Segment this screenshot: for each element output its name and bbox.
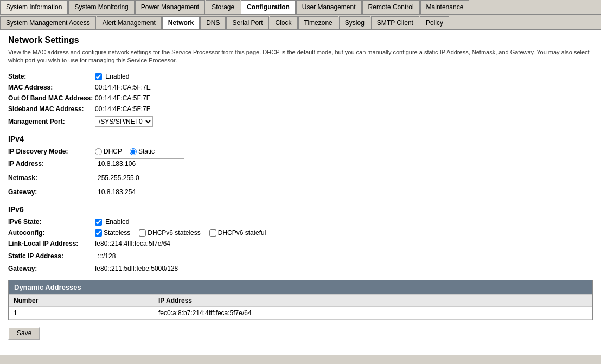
top-nav-tab-system-information[interactable]: System Information [0,0,68,14]
second-nav-tab-smtp-client[interactable]: SMTP Client [371,16,419,29]
oob-mac-row: Out Of Band MAC Address: 00:14:4F:CA:5F:… [8,94,593,102]
second-nav: System Management AccessAlert Management… [0,15,601,30]
dhcpv6-stateful-checkbox[interactable] [209,229,216,237]
static-label: Static [138,148,155,155]
discovery-mode-group: DHCP Static [95,148,155,155]
col-number: Number [9,295,154,307]
autoconfig-options: Stateless DHCPv6 stateless DHCPv6 statef… [95,229,266,237]
gateway-ipv4-input[interactable] [95,187,184,197]
dhcpv6-stateful-label[interactable]: DHCPv6 stateful [209,229,266,237]
oob-mac-value: 00:14:4F:CA:5F:7E [95,94,151,102]
table-row: 1fec0:a:8:b7:214:4fff:feca:5f7e/64 [9,307,592,320]
stateless-text: Stateless [104,229,130,237]
page-description: View the MAC address and configure netwo… [8,48,593,65]
static-ip-ipv6-label: Static IP Address: [8,252,95,260]
top-nav: System InformationSystem MonitoringPower… [0,0,601,15]
second-nav-tab-system-management-access[interactable]: System Management Access [0,16,96,29]
sideband-mac-value: 00:14:4F:CA:5F:7F [95,105,150,113]
ipv6-state-row: IPv6 State: Enabled [8,218,593,226]
gateway-ipv6-label: Gateway: [8,265,95,272]
state-row: State: Enabled [8,73,593,80]
gateway-ipv4-row: Gateway: [8,187,593,197]
second-nav-tab-serial-port[interactable]: Serial Port [226,16,268,29]
dhcp-label: DHCP [104,148,122,155]
second-nav-tab-syslog[interactable]: Syslog [339,16,370,29]
mgmt-port-label: Management Port: [8,118,95,125]
col-ip: IP Address [154,295,592,307]
discovery-mode-row: IP Discovery Mode: DHCP Static [8,148,593,155]
main-content: Network Settings View the MAC address an… [0,30,601,355]
dhcp-radio[interactable] [95,148,102,155]
top-nav-tab-system-monitoring[interactable]: System Monitoring [68,0,134,14]
gateway-ipv4-label: Gateway: [8,188,95,196]
link-local-row: Link-Local IP Address: fe80::214:4fff:fe… [8,240,593,247]
dhcp-radio-label[interactable]: DHCP [95,148,122,155]
second-nav-tab-alert-management[interactable]: Alert Management [97,16,162,29]
link-local-value: fe80::214:4fff:feca:5f7e/64 [95,240,170,247]
ipv6-state-label: IPv6 State: [8,218,95,226]
dhcpv6-stateful-text: DHCPv6 stateful [218,229,266,237]
state-label: State: [8,73,95,80]
second-nav-tab-policy[interactable]: Policy [420,16,449,29]
top-nav-tab-maintenance[interactable]: Maintenance [420,0,470,14]
top-nav-tab-user-management[interactable]: User Management [296,0,362,14]
netmask-input[interactable] [95,173,184,183]
ipv6-state-checkbox[interactable] [95,219,102,226]
netmask-label: Netmask: [8,174,95,182]
static-radio[interactable] [130,148,137,155]
dynamic-addresses-section: Dynamic Addresses Number IP Address 1fec… [8,280,593,320]
second-nav-tab-clock[interactable]: Clock [270,16,298,29]
second-nav-tab-timezone[interactable]: Timezone [298,16,338,29]
mgmt-port-row: Management Port: /SYS/SP/NET0 [8,116,593,127]
table-header-row: Number IP Address [9,295,592,307]
dhcpv6-stateless-label[interactable]: DHCPv6 stateless [139,229,200,237]
stateless-label[interactable]: Stateless [95,229,130,237]
state-text: Enabled [105,73,129,80]
autoconfig-label: Autoconfig: [8,229,95,237]
mac-value: 00:14:4F:CA:5F:7E [95,84,151,91]
netmask-row: Netmask: [8,173,593,183]
state-checkbox[interactable] [95,73,102,80]
row-number: 1 [9,307,154,320]
top-nav-tab-configuration[interactable]: Configuration [241,0,296,14]
mac-label: MAC Address: [8,84,95,91]
dynamic-addresses-table: Number IP Address 1fec0:a:8:b7:214:4fff:… [9,294,592,320]
mgmt-port-select[interactable]: /SYS/SP/NET0 [95,116,153,127]
gateway-ipv6-value: fe80::211:5dff:febe:5000/128 [95,265,178,272]
ipv4-title: IPv4 [8,135,593,143]
dhcpv6-stateless-text: DHCPv6 stateless [148,229,200,237]
static-radio-label[interactable]: Static [130,148,155,155]
save-button[interactable]: Save [8,327,40,340]
second-nav-tab-network[interactable]: Network [162,16,200,29]
dynamic-addresses-header: Dynamic Addresses [9,280,592,294]
ipv6-state-text: Enabled [105,218,129,226]
state-value: Enabled [95,73,129,80]
page-title: Network Settings [8,35,593,45]
top-nav-tab-power-management[interactable]: Power Management [135,0,205,14]
sideband-mac-label: Sideband MAC Address: [8,105,95,113]
stateless-checkbox[interactable] [95,229,102,237]
top-nav-tab-storage[interactable]: Storage [206,0,240,14]
static-ip-ipv6-row: Static IP Address: [8,251,593,261]
discovery-mode-label: IP Discovery Mode: [8,148,95,155]
sideband-mac-row: Sideband MAC Address: 00:14:4F:CA:5F:7F [8,105,593,113]
row-ip: fec0:a:8:b7:214:4fff:feca:5f7e/64 [154,307,592,320]
ipv6-state-value: Enabled [95,218,129,226]
top-nav-tab-remote-control[interactable]: Remote Control [362,0,420,14]
autoconfig-row: Autoconfig: Stateless DHCPv6 stateless D… [8,229,593,237]
mac-row: MAC Address: 00:14:4F:CA:5F:7E [8,84,593,91]
ip-address-input[interactable] [95,158,184,169]
static-ip-ipv6-input[interactable] [95,251,184,261]
oob-mac-label: Out Of Band MAC Address: [8,94,95,102]
dhcpv6-stateless-checkbox[interactable] [139,229,146,237]
ip-address-label: IP Address: [8,160,95,168]
ip-address-row: IP Address: [8,158,593,169]
gateway-ipv6-row: Gateway: fe80::211:5dff:febe:5000/128 [8,265,593,272]
second-nav-tab-dns[interactable]: DNS [200,16,226,29]
ipv6-title: IPv6 [8,205,593,214]
link-local-label: Link-Local IP Address: [8,240,95,247]
